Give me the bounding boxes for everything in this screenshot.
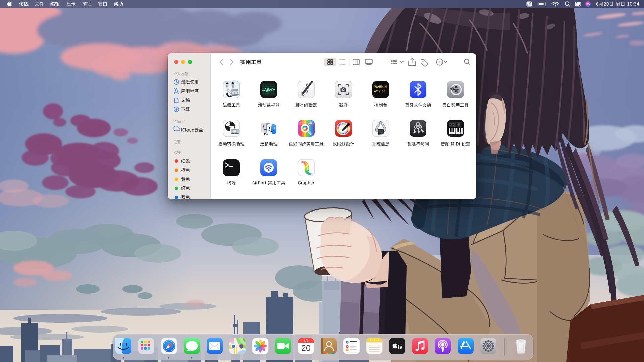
svg-text:20: 20 [301, 343, 311, 353]
svg-text:tv: tv [398, 344, 403, 350]
